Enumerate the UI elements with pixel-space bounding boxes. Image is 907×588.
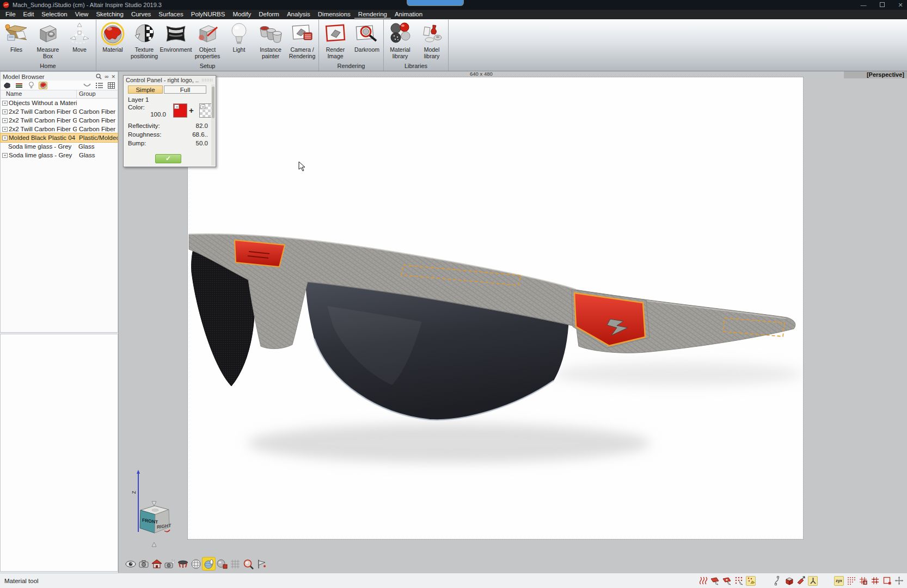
rotate-up-arrow[interactable] [152, 542, 156, 547]
snap-face-icon[interactable] [722, 576, 732, 586]
control-panel-titlebar[interactable]: Control Panel - right logo, ... [124, 76, 216, 84]
menu-edit[interactable]: Edit [20, 10, 38, 19]
menu-modify[interactable]: Modify [229, 10, 255, 19]
table-row[interactable]: + 2x2 Twill Carbon Fiber Glossy Carbon F… [1, 125, 118, 133]
remove-layer-icon[interactable] [200, 105, 205, 109]
column-group[interactable]: Group [77, 90, 118, 98]
ribbon-item-measure-box[interactable]: Measure Box [32, 20, 64, 62]
zoom-object-icon[interactable] [216, 558, 228, 570]
ribbon-item-model-library[interactable]: Model library [416, 20, 448, 62]
expand-icon[interactable]: + [2, 136, 8, 140]
table-row[interactable]: + Soda lime glass - Grey Glass [1, 151, 118, 160]
table-row-selected[interactable]: + Molded Black Plastic 04 Plastic/Molded [1, 133, 118, 142]
camera-view-icon[interactable] [137, 558, 150, 570]
globe-view-icon[interactable] [189, 558, 202, 570]
turntable-icon[interactable] [176, 558, 189, 570]
snap-normal-icon[interactable] [796, 576, 806, 586]
snap-move-icon[interactable] [894, 576, 904, 586]
menu-analysis[interactable]: Analysis [283, 10, 314, 19]
menu-file[interactable]: File [2, 10, 20, 19]
ribbon-item-move[interactable]: Move [64, 20, 95, 62]
show-objects-icon[interactable] [3, 82, 11, 89]
snap-curves-icon[interactable] [698, 576, 708, 586]
grid-points-icon[interactable] [846, 576, 856, 586]
menu-curves[interactable]: Curves [127, 10, 155, 19]
menu-surfaces[interactable]: Surfaces [155, 10, 187, 19]
color-value[interactable]: 100.0 [143, 111, 166, 118]
column-name[interactable]: Name [1, 90, 77, 98]
tab-simple[interactable]: Simple [128, 85, 163, 94]
menu-view[interactable]: View [71, 10, 93, 19]
menu-deform[interactable]: Deform [255, 10, 283, 19]
rotate-down-arrow[interactable] [152, 501, 156, 506]
menu-polynurbs[interactable]: PolyNURBS [187, 10, 229, 19]
find-icon[interactable]: ∞ [105, 74, 108, 79]
close-button[interactable]: ✕ [897, 0, 904, 10]
grid-toggle-icon[interactable] [229, 558, 241, 570]
snap-region-icon[interactable] [746, 576, 756, 586]
maximize-button[interactable] [879, 0, 885, 10]
grid-object-icon[interactable] [858, 576, 868, 586]
ribbon-item-files[interactable]: Files [1, 20, 32, 62]
panel-scrollbar[interactable] [211, 84, 215, 166]
grid-hash-icon[interactable] [870, 576, 880, 586]
ribbon-item-material-library[interactable]: Material library [384, 20, 416, 62]
snap-curve-icon[interactable] [772, 576, 782, 586]
menu-sketching[interactable]: Sketching [92, 10, 127, 19]
viewport-3d[interactable]: 640 x 480 [Perspective] Z FRONT RIGHT [119, 71, 907, 573]
home-view-icon[interactable] [150, 558, 163, 570]
snapshot-icon[interactable] [163, 558, 176, 570]
coordinates-icon[interactable]: zyx [834, 576, 844, 586]
zoom-tool-icon[interactable] [242, 558, 254, 570]
roughness-value[interactable]: 68.6.. [192, 131, 208, 138]
section-tool-icon[interactable] [255, 558, 267, 570]
cube-right-label[interactable]: RIGHT [157, 523, 171, 530]
snap-solid-icon[interactable] [784, 576, 794, 586]
expand-icon[interactable]: + [2, 101, 8, 106]
snap-triad-icon[interactable] [808, 576, 818, 586]
remove-layer-icon[interactable] [174, 105, 179, 109]
collapse-tree-icon[interactable] [83, 82, 91, 89]
color-swatch[interactable] [173, 103, 187, 118]
table-row[interactable]: + 2x2 Twill Carbon Fiber Glossy Carbon F… [1, 116, 118, 125]
snap-surface-icon[interactable] [710, 576, 720, 586]
expand-icon[interactable]: + [2, 153, 8, 158]
menu-selection[interactable]: Selection [38, 10, 71, 19]
show-lights-icon[interactable] [27, 82, 35, 89]
show-materials-icon[interactable] [39, 82, 47, 89]
expand-icon[interactable]: + [2, 118, 8, 123]
menu-rendering[interactable]: Rendering [354, 10, 391, 19]
expand-icon[interactable]: + [2, 127, 8, 132]
reflectivity-value[interactable]: 82.0 [196, 122, 208, 129]
add-layer-button[interactable]: + [189, 106, 194, 115]
bump-value[interactable]: 50.0 [196, 140, 208, 146]
ribbon-item-texture-positioning[interactable]: Texture positioning [128, 20, 160, 62]
apply-button[interactable]: ✓ [155, 154, 181, 163]
show-layers-icon[interactable] [15, 82, 23, 89]
close-panel-icon[interactable]: ✕ [111, 74, 115, 79]
expand-icon[interactable]: + [2, 109, 8, 114]
control-panel[interactable]: Control Panel - right logo, ... Simple F… [123, 75, 216, 167]
tab-full[interactable]: Full [164, 85, 206, 94]
ribbon-item-camera-rendering[interactable]: Camera / Rendering [286, 20, 318, 62]
ribbon-item-light[interactable]: Light [223, 20, 255, 62]
snap-points-icon[interactable] [734, 576, 744, 586]
drag-handle-icon[interactable] [201, 78, 213, 82]
table-view-icon[interactable] [107, 82, 115, 89]
search-icon[interactable] [96, 74, 102, 79]
ribbon-item-darkroom[interactable]: Darkroom [351, 20, 383, 62]
orbit-tool-icon[interactable] [203, 558, 215, 570]
table-row[interactable]: + Objects Without a Material: [1, 99, 118, 107]
ribbon-item-object-properties[interactable]: Object properties [192, 20, 223, 62]
view-visibility-icon[interactable] [124, 558, 137, 570]
menu-animation[interactable]: Animation [391, 10, 426, 19]
menu-dimensions[interactable]: Dimensions [314, 10, 354, 19]
view-cube[interactable]: Z FRONT RIGHT [131, 468, 176, 555]
ribbon-item-material[interactable]: Material [97, 20, 128, 62]
rect-select-icon[interactable] [882, 576, 892, 586]
table-row[interactable]: + 2x2 Twill Carbon Fiber Glossy Carbon F… [1, 107, 118, 116]
ribbon-item-instance-painter[interactable]: Instance painter [255, 20, 286, 62]
list-view-icon[interactable] [95, 82, 103, 89]
ribbon-item-render-image[interactable]: Render Image [320, 20, 351, 62]
table-row[interactable]: Soda lime glass - Grey Glass [1, 142, 118, 151]
